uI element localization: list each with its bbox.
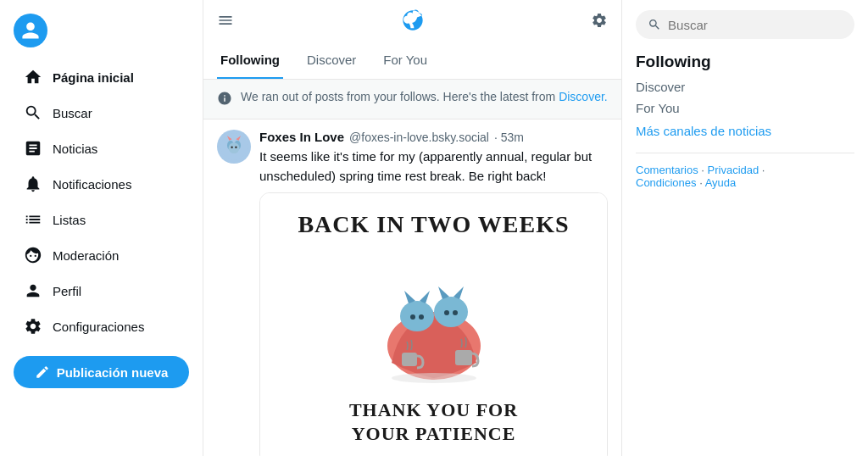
sidebar-item-profile[interactable]: Perfil	[14, 275, 189, 307]
post-1-image: BACK IN TWO WEEKS	[259, 192, 608, 456]
profile-icon	[24, 281, 42, 300]
info-banner-text: We ran out of posts from your follows. H…	[241, 90, 608, 103]
svg-point-17	[444, 310, 449, 315]
privacidad-link[interactable]: Privacidad	[708, 164, 760, 176]
discover-link[interactable]: Discover.	[559, 90, 608, 103]
sidebar-item-moderation[interactable]: Moderación	[14, 239, 189, 271]
right-footer: Comentarios · Privacidad · Condiciones ·…	[636, 164, 854, 189]
condiciones-link[interactable]: Condiciones	[636, 176, 697, 189]
moderation-icon	[24, 246, 42, 264]
tab-for-you[interactable]: For You	[380, 42, 431, 79]
sidebar-item-settings-label: Configuraciones	[53, 320, 144, 334]
sidebar-item-home[interactable]: Página inicial	[14, 61, 189, 93]
post-1-header: Foxes In Love @foxes-in-love.bsky.social…	[259, 130, 608, 144]
feed-tabs: Following Discover For You	[203, 42, 621, 80]
right-sidebar: Following Discover For You Más canales d…	[622, 0, 868, 456]
info-icon	[217, 91, 232, 108]
tab-discover[interactable]: Discover	[303, 42, 359, 79]
svg-rect-19	[402, 353, 417, 366]
sidebar-item-settings[interactable]: Configuraciones	[14, 310, 189, 342]
post-image-subtitle: THANK YOU FOR YOUR PATIENCE	[349, 398, 518, 447]
menu-icon[interactable]	[217, 12, 234, 32]
new-post-button[interactable]: Publicación nueva	[14, 356, 189, 388]
search-box	[636, 10, 854, 39]
svg-point-6	[231, 147, 232, 148]
avatar[interactable]	[14, 14, 47, 47]
post-1: Foxes In Love @foxes-in-love.bsky.social…	[203, 120, 621, 456]
svg-marker-16	[453, 286, 464, 299]
feed-header	[203, 0, 621, 36]
sidebar-item-search-label: Buscar	[53, 106, 92, 120]
sidebar-item-news-label: Noticias	[53, 142, 97, 156]
comentarios-link[interactable]: Comentarios	[636, 164, 698, 176]
svg-point-3	[229, 142, 240, 153]
settings-cog-icon[interactable]	[591, 12, 608, 32]
butterfly-logo	[401, 8, 425, 36]
for-you-item[interactable]: For You	[636, 97, 854, 119]
svg-point-13	[419, 314, 424, 320]
search-input[interactable]	[668, 18, 843, 32]
search-icon-right	[648, 17, 661, 32]
right-divider	[636, 153, 854, 153]
tab-following[interactable]: Following	[217, 42, 283, 79]
post-1-avatar	[217, 130, 251, 164]
feed-header-right	[591, 12, 608, 32]
sidebar-item-search[interactable]: Buscar	[14, 97, 189, 129]
post-image-title: BACK IN TWO WEEKS	[298, 210, 569, 239]
discover-item[interactable]: Discover	[636, 76, 854, 97]
svg-point-12	[410, 314, 415, 320]
post-1-text: It seems like it's time for my (apparent…	[259, 147, 608, 186]
sidebar-item-home-label: Página inicial	[53, 70, 134, 85]
svg-point-18	[453, 310, 458, 315]
feed-header-left	[217, 12, 234, 32]
svg-point-21	[392, 373, 476, 383]
list-icon	[24, 210, 42, 229]
sidebar-item-notifications-label: Notificaciones	[53, 177, 131, 192]
home-icon	[24, 68, 42, 86]
sidebar-item-notifications[interactable]: Notificaciones	[14, 168, 189, 200]
svg-marker-11	[420, 291, 430, 303]
bell-icon	[24, 175, 42, 193]
main-feed: Following Discover For You We ran out of…	[203, 0, 622, 456]
sidebar-item-news[interactable]: Noticias	[14, 132, 189, 164]
news-icon	[24, 139, 42, 158]
channels-title: Following	[636, 53, 854, 71]
channels-section: Following Discover For You Más canales d…	[636, 53, 854, 139]
sidebar-item-moderation-label: Moderación	[53, 248, 119, 263]
sidebar-item-lists-label: Listas	[53, 213, 86, 227]
post-1-time: · 53m	[494, 131, 524, 144]
info-banner: We ran out of posts from your follows. H…	[203, 80, 621, 120]
post-1-content: Foxes In Love @foxes-in-love.bsky.social…	[259, 130, 608, 456]
gear-icon	[24, 317, 42, 336]
svg-point-14	[434, 297, 468, 327]
svg-rect-20	[455, 350, 472, 365]
ayuda-link[interactable]: Ayuda	[705, 176, 737, 189]
more-channels-link[interactable]: Más canales de noticias	[636, 124, 771, 138]
search-icon	[24, 103, 42, 122]
post-1-handle: @foxes-in-love.bsky.social	[349, 131, 489, 144]
svg-point-7	[235, 147, 236, 148]
post-1-name: Foxes In Love	[259, 130, 344, 144]
left-sidebar: Página inicial Buscar Noticias Notificac…	[0, 0, 203, 456]
fox-illustration	[358, 253, 510, 388]
sidebar-item-lists[interactable]: Listas	[14, 203, 189, 236]
svg-point-9	[400, 301, 434, 331]
sidebar-item-profile-label: Perfil	[53, 284, 81, 298]
new-post-label: Publicación nueva	[57, 365, 169, 380]
